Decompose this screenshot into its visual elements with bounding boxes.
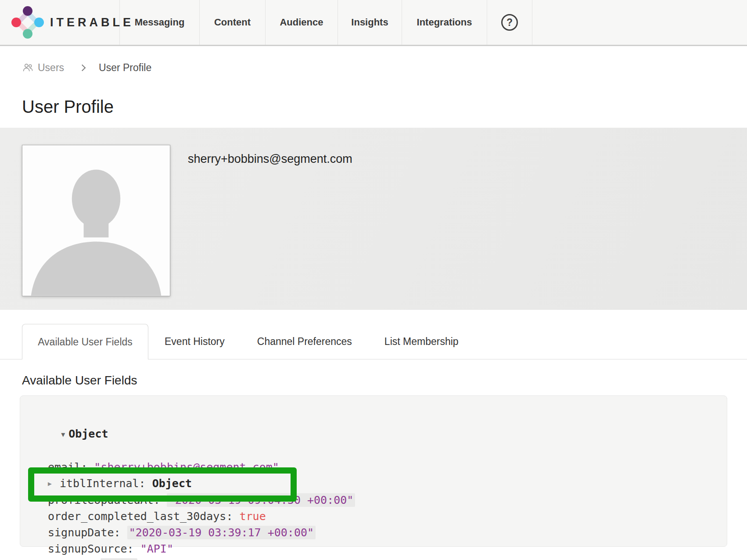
help-icon[interactable]: ? (501, 14, 518, 31)
fields-tree: email: "sherry+bobbins@segment.com"▶itbl… (20, 459, 727, 560)
user-fields-json-viewer: ▼Object email: "sherry+bobbins@segment.c… (20, 395, 727, 547)
tab-available-user-fields[interactable]: Available User Fields (22, 324, 148, 359)
nav-item-messaging[interactable]: Messaging (120, 0, 200, 45)
tab-bar: Available User Fields Event History Chan… (0, 324, 747, 359)
field-value: "567" (101, 558, 137, 560)
field-value: "API" (140, 542, 173, 555)
tab-channel-preferences[interactable]: Channel Preferences (241, 324, 368, 359)
nav-item-help[interactable]: ? (487, 0, 532, 45)
chevron-right-icon (79, 64, 86, 71)
field-row-itblInternal: ▶itblInternal: Object (20, 475, 727, 492)
nav-item-insights[interactable]: Insights (338, 0, 402, 45)
top-nav: ITERABLE Messaging Content Audience Insi… (0, 0, 747, 46)
field-key: signupDate: (48, 526, 127, 539)
json-root-label: Object (68, 427, 108, 440)
logo-dot-bottom (23, 29, 32, 39)
field-key: signupSource: (48, 542, 140, 555)
breadcrumb-current: User Profile (99, 62, 151, 74)
section-heading: Available User Fields (22, 373, 747, 388)
field-value: "2020-03-19 09:04:30 +00:00" (167, 493, 355, 507)
profile-header-band: sherry+bobbins@segment.com (0, 128, 747, 310)
tab-event-history[interactable]: Event History (148, 324, 241, 359)
brand[interactable]: ITERABLE (0, 0, 120, 45)
person-silhouette-icon (22, 157, 170, 296)
field-value: "2020-03-19 03:39:17 +00:00" (127, 526, 316, 539)
logo-dot-left (11, 18, 21, 27)
breadcrumb: Users User Profile (22, 60, 747, 75)
field-row-signupDate: signupDate: "2020-03-19 03:39:17 +00:00" (20, 524, 727, 541)
field-key: profileUpdatedAt: (48, 494, 167, 506)
field-value: true (240, 510, 266, 523)
tab-list-membership[interactable]: List Membership (368, 324, 475, 359)
field-key: order_completed_last_30days: (48, 510, 240, 523)
iterable-logo-icon (13, 8, 42, 37)
field-row-email: email: "sherry+bobbins@segment.com" (20, 459, 727, 475)
profile-email: sherry+bobbins@segment.com (188, 152, 352, 166)
field-key: email: (48, 461, 94, 474)
page-title: User Profile (22, 97, 747, 117)
expand-arrow-icon[interactable]: ▶ (48, 476, 60, 492)
logo-dot-right (34, 18, 44, 27)
nav-item-audience[interactable]: Audience (266, 0, 338, 45)
field-value: "sherry+bobbins@segment.com" (94, 461, 279, 474)
field-key: itblInternal: (60, 477, 152, 490)
logo-dot-top (23, 6, 32, 16)
field-row-userId: userId: "567" (20, 557, 727, 560)
field-row-profileUpdatedAt: profileUpdatedAt: "2020-03-19 09:04:30 +… (20, 492, 727, 508)
breadcrumb-users-link[interactable]: Users (22, 62, 64, 74)
field-row-order_completed_last_30days: order_completed_last_30days: true (20, 508, 727, 524)
collapse-arrow-icon[interactable]: ▼ (61, 427, 68, 443)
users-icon (22, 63, 34, 72)
avatar (22, 145, 170, 296)
nav-item-content[interactable]: Content (200, 0, 266, 45)
nav-item-integrations[interactable]: Integrations (402, 0, 487, 45)
breadcrumb-parent-label: Users (38, 62, 64, 74)
json-root-row: ▼Object (20, 409, 727, 459)
field-row-signupSource: signupSource: "API" (20, 541, 727, 557)
field-value: Object (152, 477, 192, 490)
